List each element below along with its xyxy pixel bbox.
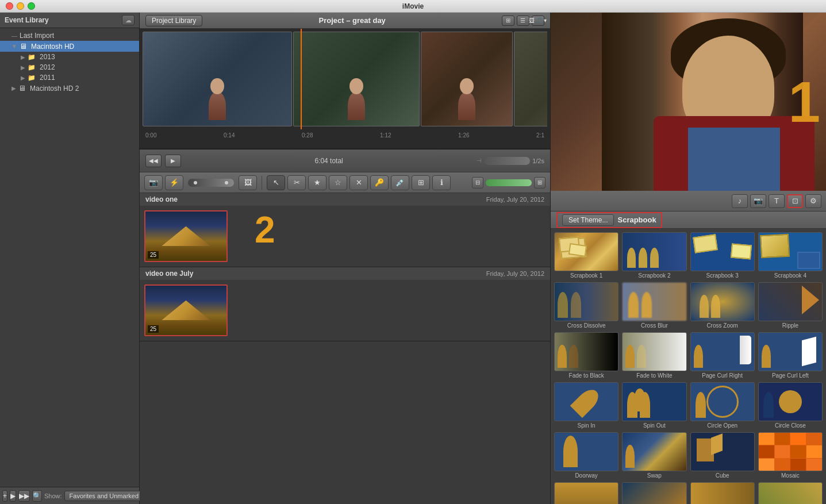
transition-cross-zoom[interactable]: Cross Zoom: [689, 281, 756, 330]
event-group-1: video one Friday, July 20, 2012 25 2: [140, 193, 550, 267]
transition-bottom1[interactable]: [553, 481, 620, 504]
trans-thumb-ripple: [758, 282, 823, 321]
transition-ripple[interactable]: Ripple: [757, 281, 824, 330]
trim-slider[interactable]: [188, 179, 234, 187]
volume-slider[interactable]: [486, 179, 532, 186]
color-btn[interactable]: 💉: [391, 175, 409, 190]
close-button[interactable]: [6, 2, 13, 10]
event-thumb-2[interactable]: 25: [144, 284, 228, 336]
transition-scrapbook4[interactable]: Scrapbook 4: [757, 231, 824, 280]
keyword-btn[interactable]: 🔑: [370, 175, 389, 190]
effects-btn[interactable]: ⚡: [165, 175, 183, 190]
transition-scrapbook1[interactable]: Scrapbook 1: [553, 231, 620, 280]
transition-scrapbook2[interactable]: Scrapbook 2: [621, 231, 687, 280]
project-title: Project – great day: [319, 16, 386, 25]
event-thumb-1[interactable]: 25: [144, 210, 228, 262]
transition-cross-dissolve[interactable]: Cross Dissolve: [553, 281, 620, 330]
transition-page-curl-right[interactable]: Page Curl Right: [689, 331, 756, 380]
trim-tool-btn[interactable]: ✂: [287, 175, 306, 190]
transition-scrapbook3[interactable]: Scrapbook 3: [689, 231, 756, 280]
rate-favorite-btn[interactable]: ★: [308, 175, 326, 190]
trans-thumb-bottom2: [622, 482, 686, 504]
trans-label-page-curl-left: Page Curl Left: [772, 372, 809, 379]
transition-doorway[interactable]: Doorway: [553, 431, 620, 480]
folder-icon-2012: 📁: [28, 64, 36, 71]
info-btn[interactable]: ℹ: [432, 175, 451, 190]
timeline-clip-2[interactable]: [293, 32, 420, 126]
thumbnail-btn[interactable]: 🖼: [239, 175, 257, 190]
transition-circle-close[interactable]: Circle Close: [757, 381, 824, 430]
crop-btn[interactable]: ⊞: [412, 175, 430, 190]
zoom-btn[interactable]: 🔍: [32, 490, 42, 502]
audio-icon: 🎵: [536, 17, 543, 24]
timeline-clip-3[interactable]: [421, 32, 513, 126]
trans-label-ripple: Ripple: [782, 322, 798, 329]
play-btn[interactable]: ▶: [165, 155, 181, 167]
zoom-out-btn[interactable]: ⊟: [472, 177, 483, 188]
zoom-in-btn[interactable]: ⊞: [534, 177, 545, 188]
transition-bottom4[interactable]: [757, 481, 824, 504]
camera-icon-btn[interactable]: 📷: [144, 175, 163, 190]
transition-cross-blur[interactable]: Cross Blur: [621, 281, 687, 330]
timecode-0: 0:00: [145, 132, 156, 138]
sidebar-toggle-btn[interactable]: ☁: [122, 15, 135, 25]
grid-view-btn[interactable]: ⊞: [502, 16, 514, 26]
trans-thumb-fade-black: [554, 332, 618, 371]
sidebar-tree: — Last Import ▼ 🖥 Macintosh HD ▶ 📁 2013 …: [0, 28, 139, 487]
sidebar-item-2013[interactable]: ▶ 📁 2013: [0, 52, 139, 62]
filter-select[interactable]: Favorites and Unmarked: [64, 491, 151, 501]
sidebar-item-macintosh-hd2[interactable]: ▶ 🖥 Macintosh HD 2: [0, 83, 139, 94]
speed-slider-track[interactable]: [484, 157, 530, 165]
event-group-header-2[interactable]: video one July Friday, July 20, 2012: [140, 267, 550, 280]
rewind-btn[interactable]: ◀◀: [145, 155, 162, 167]
trans-thumb-page-curl-left: [758, 332, 823, 371]
music-btn[interactable]: ♪: [732, 194, 748, 208]
titlebar: iMovie: [0, 0, 826, 13]
title-btn[interactable]: T: [769, 194, 785, 208]
timeline-clip-4[interactable]: [514, 32, 547, 126]
event-browser: video one Friday, July 20, 2012 25 2 vid…: [140, 193, 550, 504]
trans-thumb-fade-white: [622, 332, 686, 371]
maps-btn[interactable]: ⚙: [805, 194, 821, 208]
transition-bottom3[interactable]: [689, 481, 756, 504]
maximize-button[interactable]: [28, 2, 35, 10]
transition-circle-open[interactable]: Circle Open: [689, 381, 756, 430]
sidebar-item-2012[interactable]: ▶ 📁 2012: [0, 62, 139, 72]
transition-fade-white[interactable]: Fade to White: [621, 331, 687, 380]
transition-mosaic[interactable]: Mosaic: [757, 431, 824, 480]
transitions-btn[interactable]: ⊡: [787, 194, 803, 208]
trans-label-page-curl-right: Page Curl Right: [702, 372, 743, 379]
trans-thumb-cross-dissolve: [554, 282, 618, 321]
rate-unfavorite-btn[interactable]: ☆: [329, 175, 347, 190]
reject-btn[interactable]: ✕: [349, 175, 368, 190]
minimize-button[interactable]: [17, 2, 24, 10]
list-view-btn[interactable]: ☰: [517, 16, 529, 26]
sidebar-item-last-import[interactable]: — Last Import: [0, 30, 139, 41]
select-tool-btn[interactable]: ↖: [267, 175, 285, 190]
project-library-button[interactable]: Project Library: [145, 15, 202, 26]
dropdown-btn[interactable]: 🖼 🎵 ▾: [532, 16, 544, 26]
trans-thumb-bottom3: [690, 482, 755, 504]
photo-btn[interactable]: 📷: [750, 194, 766, 208]
play-event-btn[interactable]: ▶: [10, 490, 16, 502]
sidebar-item-label: 2011: [40, 74, 55, 82]
transition-swap[interactable]: Swap: [621, 431, 687, 480]
toolbar-sep-1: [262, 176, 262, 190]
transition-cube[interactable]: Cube: [689, 431, 756, 480]
event-group-header-1[interactable]: video one Friday, July 20, 2012: [140, 193, 550, 206]
timeline-clip-1[interactable]: [143, 32, 292, 126]
sidebar-bottom-bar: + ▶ ▶▶ 🔍 Show: Favorites and Unmarked 〜 …: [0, 487, 139, 504]
add-event-btn[interactable]: +: [2, 490, 7, 502]
transition-spin-in[interactable]: Spin In: [553, 381, 620, 430]
transition-spin-out[interactable]: Spin Out: [621, 381, 687, 430]
event-thumbnails-2: 25: [140, 280, 550, 341]
transition-page-curl-left[interactable]: Page Curl Left: [757, 331, 824, 380]
trans-thumb-swap: [622, 432, 686, 471]
transition-fade-black[interactable]: Fade to Black: [553, 331, 620, 380]
transition-bottom2[interactable]: [621, 481, 687, 504]
sidebar-item-2011[interactable]: ▶ 📁 2011: [0, 72, 139, 83]
sidebar-item-macintosh-hd[interactable]: ▼ 🖥 Macintosh HD: [0, 41, 139, 52]
play-fullscreen-btn[interactable]: ▶▶: [18, 490, 30, 502]
thumb-number-1: 25: [148, 251, 159, 259]
set-theme-button[interactable]: Set Theme...: [562, 214, 614, 226]
